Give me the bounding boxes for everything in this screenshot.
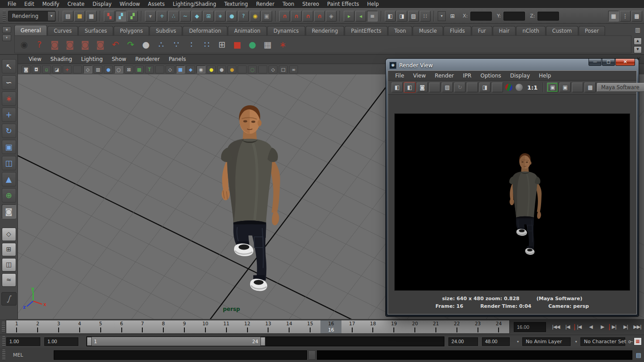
tool-settings-icon[interactable]: ⋮ (620, 11, 631, 22)
paint-selection-tool[interactable]: ∗ (2, 91, 16, 106)
output-connections-icon[interactable]: ◂ (355, 11, 366, 22)
y-coordinate-input[interactable] (503, 12, 525, 21)
viewport-menu-item[interactable]: Shading (46, 56, 77, 62)
gate-mask-icon[interactable]: ○ (114, 65, 123, 73)
shelf-tab[interactable]: Animation (228, 26, 267, 35)
shelf-tab[interactable]: nCloth (516, 26, 545, 35)
timeline-ruler[interactable]: 1234567891011121314151616171819202122232… (6, 320, 510, 334)
z-coordinate-input[interactable] (537, 12, 559, 21)
play-backwards-button[interactable]: ◀ (585, 322, 597, 332)
shelf-tab[interactable]: Subdivs (149, 26, 182, 35)
scroll-down-icon[interactable]: ▼ (634, 46, 642, 53)
set-driven-key-icon[interactable]: ■ (230, 38, 244, 51)
render-view-menu-item[interactable]: File (391, 73, 409, 79)
timeline-frame[interactable]: 7 (132, 320, 153, 333)
timeline-frame[interactable]: 4 (69, 320, 90, 333)
viewport-menu-item[interactable]: View (24, 56, 46, 62)
command-line-divider[interactable] (308, 350, 316, 360)
ik-spline-icon[interactable]: ∶ (185, 38, 198, 51)
render-view-menu-item[interactable]: View (409, 73, 430, 79)
menu-item[interactable]: Stereo (299, 0, 323, 8)
layout-graph-persp[interactable]: ≈ (2, 273, 16, 287)
menu-item[interactable]: Help (363, 0, 383, 8)
mask-surfaces-icon[interactable]: ◆ (192, 11, 202, 22)
step-back-key-button[interactable]: |◀ (573, 322, 585, 332)
play-forwards-button[interactable]: ▶ (597, 322, 608, 332)
script-editor-icon[interactable]: ▤ (635, 352, 643, 358)
undo-icon[interactable]: ↶ (109, 38, 122, 51)
timeline-frame[interactable]: 12 (237, 320, 258, 333)
lattice-icon[interactable]: ▦ (261, 38, 274, 51)
range-track[interactable]: 1 24 (86, 336, 444, 346)
mel-command-input[interactable] (54, 350, 307, 360)
safe-title-icon[interactable]: T (145, 65, 154, 73)
mask-handles-icon[interactable]: + (157, 11, 167, 22)
zoom-1-1-button[interactable]: 1:1 (527, 84, 537, 91)
render-view-menu-item[interactable]: Options (476, 73, 505, 79)
range-end-handle[interactable] (260, 337, 265, 346)
camera-attributes-icon[interactable]: ◘ (32, 65, 41, 73)
bookmarks-icon[interactable]: ▫ (42, 65, 51, 73)
current-time-input[interactable] (514, 322, 546, 332)
save-scene-icon[interactable]: ▦ (86, 11, 97, 22)
timeline-frame[interactable]: 6 (111, 320, 132, 333)
textured-mode-icon[interactable]: ◆ (186, 65, 195, 73)
snap-view-planes-icon[interactable]: ∩ (314, 11, 325, 22)
camera-view-icon[interactable]: ◙ (94, 38, 107, 51)
cluster-icon[interactable]: ∷ (200, 38, 213, 51)
timeline-frame[interactable]: 9 (174, 320, 195, 333)
shelf-tab[interactable]: Fur (472, 26, 492, 35)
menu-item[interactable]: Edit (20, 0, 38, 8)
shelf-tab[interactable]: General (14, 26, 47, 35)
render-current-frame-icon[interactable]: ◨ (397, 11, 407, 22)
minimize-button[interactable]: — (589, 59, 601, 66)
playback-start-input[interactable] (44, 337, 78, 346)
chevron-down-icon[interactable]: ▾ (515, 340, 521, 344)
grid-icon[interactable]: ◇ (83, 65, 92, 73)
mask-deformations-icon[interactable]: ⊞ (203, 11, 214, 22)
select-hierarchy-icon[interactable]: ▚ (104, 11, 115, 22)
shelf-tab[interactable]: Deformation (183, 26, 227, 35)
close-button[interactable]: × (615, 59, 635, 66)
menu-item[interactable]: Display (89, 0, 115, 8)
timeline-frame[interactable]: 5 (90, 320, 111, 333)
ik-handle-icon[interactable]: ∵ (170, 38, 183, 51)
x-coordinate-input[interactable] (470, 12, 492, 21)
shelf-tab[interactable]: Custom (546, 26, 578, 35)
menu-item[interactable]: Window (115, 0, 144, 8)
shelf-tab[interactable]: Fluids (444, 26, 471, 35)
animation-end-input[interactable] (482, 337, 510, 346)
maximize-button[interactable]: □ (602, 59, 615, 66)
render-view-menu-item[interactable]: Help (534, 73, 555, 79)
viewport-menu-item[interactable]: Renderer (131, 56, 164, 62)
grip-handle[interactable] (2, 349, 5, 360)
rotate-tool[interactable]: ↻ (2, 124, 16, 138)
timeline-frame[interactable]: 10 (195, 320, 216, 333)
shelf-tab[interactable]: Muscle (413, 26, 443, 35)
ipr-render-icon[interactable]: ▨ (442, 82, 453, 92)
layout-outliner-persp[interactable]: ◫ (2, 258, 16, 272)
delete-history-icon[interactable]: ● (139, 38, 153, 51)
render-view-menu-item[interactable]: Display (506, 73, 534, 79)
paint-effects-icon[interactable]: ∗ (276, 38, 290, 51)
step-forward-frame-button[interactable]: ▶| (620, 322, 631, 332)
mask-rendering-icon[interactable]: ● (226, 11, 237, 22)
viewport-menu-item[interactable]: Show (107, 56, 131, 62)
step-back-frame-button[interactable]: |◀ (562, 322, 573, 332)
wireframe-mode-icon[interactable]: ◇ (166, 65, 175, 73)
remove-image-icon[interactable]: ▣ (559, 82, 571, 92)
image-plane-icon[interactable]: ◪ (52, 65, 61, 73)
lasso-tool[interactable]: ∽ (2, 75, 16, 90)
timeline-frame[interactable]: 1616 (320, 320, 341, 333)
ipr-render-icon[interactable]: ▨ (408, 11, 419, 22)
snap-points-icon[interactable]: ∩ (303, 11, 313, 22)
redo-icon[interactable]: ↷ (124, 38, 137, 51)
shelf-tab[interactable]: Hair (493, 26, 516, 35)
chevron-down-icon[interactable]: ▾ (47, 12, 55, 21)
no-lights-icon[interactable]: ● (217, 65, 226, 73)
render-frame-icon[interactable]: ◧ (392, 82, 403, 92)
soft-modification-tool[interactable]: ▲ (2, 172, 16, 186)
scroll-up-icon[interactable]: ▲ (634, 38, 642, 45)
viewport-menu-item[interactable]: Lighting (77, 56, 107, 62)
select-camera-icon[interactable]: ◙ (21, 65, 30, 73)
